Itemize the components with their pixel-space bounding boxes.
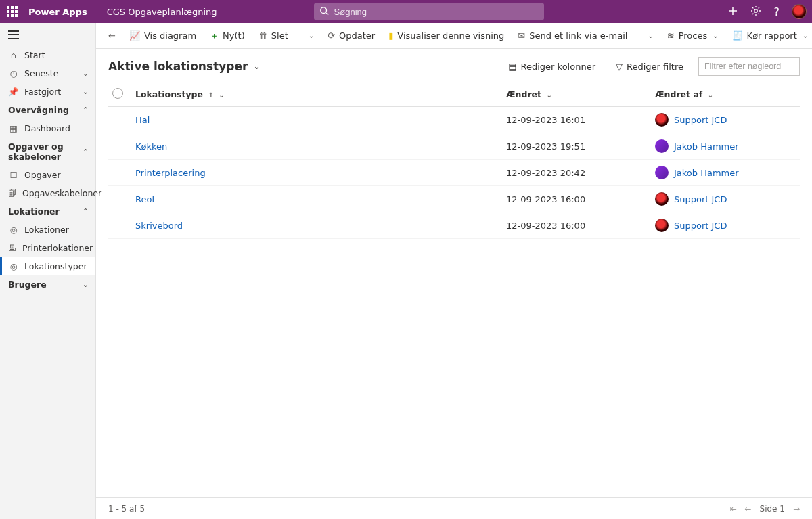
user-avatar-icon xyxy=(655,166,669,179)
chevron-down-icon: ⌄ xyxy=(648,32,653,39)
record-link[interactable]: Printerplacering xyxy=(135,168,206,178)
location-type-icon: ◎ xyxy=(8,261,19,271)
clock-icon: ◷ xyxy=(8,68,19,78)
sidebar-group-label: Opgaver og skabeloner xyxy=(8,141,77,162)
new-button[interactable]: ＋ Ny(t) xyxy=(204,27,250,45)
edit-filters-button[interactable]: ▽ Rediger filtre xyxy=(610,59,689,74)
column-header-modified[interactable]: Ændret ⌄ xyxy=(502,83,651,107)
column-header-name[interactable]: Lokationstype ↑ ⌄ xyxy=(131,83,502,107)
filter-icon: ▽ xyxy=(616,62,623,72)
search-input[interactable] xyxy=(333,6,539,18)
run-report-button[interactable]: 🧾 Kør rapport ⌄ xyxy=(727,28,812,43)
chevron-up-icon: ⌃ xyxy=(83,148,89,156)
first-page-button[interactable]: ⇤ xyxy=(729,504,736,514)
delete-dropdown[interactable]: ⌄ xyxy=(302,29,319,42)
sidebar-item-lokationstyper[interactable]: ◎ Lokationstyper xyxy=(0,257,95,275)
cmd-label: Proces xyxy=(679,30,708,41)
chevron-down-icon: ⌄ xyxy=(219,91,224,99)
sidebar-item-opgaver[interactable]: ☐ Opgaver xyxy=(0,166,95,184)
user-link[interactable]: Jakob Hammer xyxy=(674,168,739,178)
sidebar-item-dashboard[interactable]: ▦ Dashboard xyxy=(0,119,95,137)
global-search[interactable] xyxy=(314,3,544,20)
back-button[interactable]: ← xyxy=(103,28,121,43)
modified-by-cell: Support JCD xyxy=(655,192,796,206)
cmd-label: Send et link via e-mail xyxy=(529,30,627,41)
command-bar: ← 📈 Vis diagram ＋ Ny(t) 🗑 Slet ⌄ ⟳ Opdat… xyxy=(96,23,812,49)
table-row[interactable]: Reol12-09-2023 16:00Support JCD xyxy=(108,186,800,212)
mail-icon: ✉ xyxy=(518,30,525,41)
sidebar-item-label: Lokationstyper xyxy=(24,261,87,271)
refresh-button[interactable]: ⟳ Opdater xyxy=(322,28,380,43)
back-icon: ← xyxy=(108,30,116,41)
help-icon[interactable]: ? xyxy=(773,5,780,18)
record-link[interactable]: Hal xyxy=(135,115,150,125)
modified-cell: 12-09-2023 19:51 xyxy=(502,133,651,160)
refresh-icon: ⟳ xyxy=(328,30,335,41)
location-icon: ◎ xyxy=(8,225,19,235)
user-link[interactable]: Support JCD xyxy=(674,115,727,125)
sidebar-group-lokationer[interactable]: Lokationer ⌃ xyxy=(0,202,95,221)
user-avatar-icon xyxy=(655,192,669,206)
modified-cell: 12-09-2023 16:00 xyxy=(502,212,651,239)
edit-columns-button[interactable]: ▤ Rediger kolonner xyxy=(503,59,601,74)
view-selector[interactable]: Aktive lokationstyper ⌄ xyxy=(108,60,260,73)
email-link-button[interactable]: ✉ Send et link via e-mail xyxy=(512,28,633,43)
table-row[interactable]: Skrivebord12-09-2023 16:00Support JCD xyxy=(108,212,800,239)
column-header-modified-by[interactable]: Ændret af ⌄ xyxy=(651,83,800,107)
visualize-button[interactable]: ▮ Visualiser denne visning xyxy=(383,28,510,43)
plus-icon[interactable] xyxy=(727,5,738,18)
email-dropdown[interactable]: ⌄ xyxy=(641,29,658,42)
plus-icon: ＋ xyxy=(210,30,219,42)
table-row[interactable]: Køkken12-09-2023 19:51Jakob Hammer xyxy=(108,133,800,160)
sidebar-item-recent[interactable]: ◷ Seneste ⌄ xyxy=(0,64,95,83)
app-name: CGS Opgaveplanlægning xyxy=(107,7,217,17)
user-avatar[interactable] xyxy=(792,4,807,19)
delete-button[interactable]: 🗑 Slet xyxy=(253,28,294,43)
sidebar-item-printerlokationer[interactable]: 🖶 Printerlokationer xyxy=(0,239,95,257)
sidebar-group-opgaver[interactable]: Opgaver og skabeloner ⌃ xyxy=(0,137,95,166)
table-row[interactable]: Hal12-09-2023 16:01Support JCD xyxy=(108,107,800,133)
sidebar-group-overvaagning[interactable]: Overvågning ⌃ xyxy=(0,101,95,119)
vis-diagram-button[interactable]: 📈 Vis diagram xyxy=(124,28,202,43)
select-all-header[interactable] xyxy=(108,83,131,107)
circle-icon xyxy=(112,88,123,99)
chevron-down-icon: ⌄ xyxy=(708,91,713,99)
prev-page-button[interactable]: ← xyxy=(744,504,751,514)
chevron-up-icon: ⌃ xyxy=(83,207,89,216)
user-link[interactable]: Support JCD xyxy=(674,194,727,204)
record-link[interactable]: Reol xyxy=(135,194,154,204)
chart-icon: 📈 xyxy=(129,30,140,41)
sidebar-item-label: Lokationer xyxy=(24,225,69,235)
chevron-down-icon: ⌄ xyxy=(309,32,314,39)
sidebar-item-start[interactable]: ⌂ Start xyxy=(0,46,95,64)
columns-icon: ▤ xyxy=(508,62,516,72)
sidebar-item-opgaveskabeloner[interactable]: 🗐 Opgaveskabeloner xyxy=(0,184,95,202)
keyword-filter-input[interactable] xyxy=(698,57,800,76)
record-link[interactable]: Køkken xyxy=(135,141,167,152)
column-label: Lokationstype xyxy=(135,89,203,99)
sidebar-group-brugere[interactable]: Brugere ⌄ xyxy=(0,275,95,294)
hamburger-button[interactable] xyxy=(0,23,95,46)
user-link[interactable]: Jakob Hammer xyxy=(674,141,739,152)
user-link[interactable]: Support JCD xyxy=(674,221,727,231)
gear-icon[interactable] xyxy=(750,5,761,18)
waffle-icon[interactable] xyxy=(5,5,19,18)
record-link[interactable]: Skrivebord xyxy=(135,221,183,231)
next-page-button[interactable]: → xyxy=(793,504,800,514)
table-row[interactable]: Printerplacering12-09-2023 20:42Jakob Ha… xyxy=(108,160,800,186)
sidebar: ⌂ Start ◷ Seneste ⌄ 📌 Fastgjort ⌄ Overvå… xyxy=(0,23,96,519)
chevron-down-icon: ⌄ xyxy=(546,91,551,99)
svg-point-4 xyxy=(754,9,757,12)
process-button[interactable]: ≋ Proces ⌄ xyxy=(662,28,724,43)
modified-by-cell: Support JCD xyxy=(655,113,796,127)
pager: ⇤ ← Side 1 → xyxy=(729,504,800,514)
report-icon: 🧾 xyxy=(732,30,743,41)
brand-label: Power Apps xyxy=(28,7,87,17)
cmd-label: Opdater xyxy=(339,30,375,41)
sidebar-item-lokationer[interactable]: ◎ Lokationer xyxy=(0,221,95,239)
chevron-down-icon: ⌄ xyxy=(83,87,89,96)
hdr-label: Rediger filtre xyxy=(627,62,683,72)
sidebar-item-pinned[interactable]: 📌 Fastgjort ⌄ xyxy=(0,83,95,101)
modified-by-cell: Jakob Hammer xyxy=(655,166,796,179)
sidebar-group-label: Lokationer xyxy=(8,206,60,217)
